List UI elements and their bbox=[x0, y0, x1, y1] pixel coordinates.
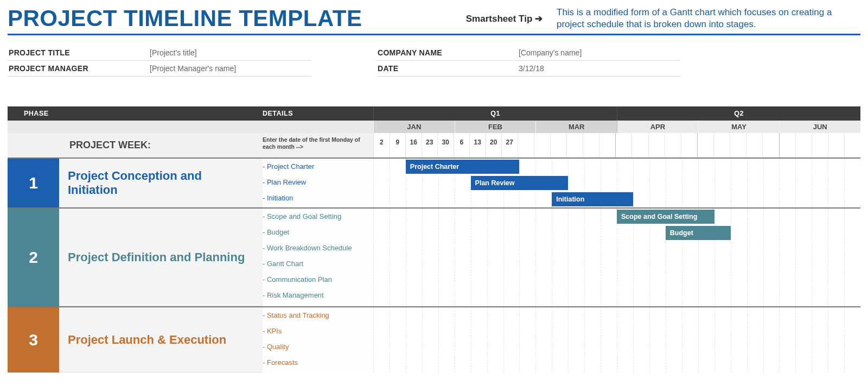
detail-item: - Gantt Chart bbox=[263, 256, 373, 272]
phase-title: Project Definition and Planning bbox=[68, 250, 245, 264]
detail-item: - Forecasts bbox=[263, 355, 373, 370]
meta-value[interactable]: [Company's name] bbox=[519, 48, 582, 57]
month-header: JAN bbox=[373, 121, 455, 133]
month-header: FEB bbox=[455, 121, 536, 133]
detail-item: - Communication Plan bbox=[263, 272, 373, 287]
page-title: PROJECT TIMELINE TEMPLATE bbox=[8, 5, 362, 31]
meta-value[interactable]: 3/12/18 bbox=[519, 64, 544, 73]
meta-label: DATE bbox=[378, 64, 519, 73]
week-number: 9 bbox=[390, 133, 406, 157]
phase-number: 2 bbox=[8, 209, 59, 306]
meta-field: PROJECT MANAGER [Project Manager's name] bbox=[8, 61, 311, 77]
col-phase: PHASE bbox=[8, 106, 263, 121]
meta-value[interactable]: [Project's title] bbox=[150, 48, 197, 57]
phase-row: 3Project Launch & Execution- Status and … bbox=[8, 306, 860, 373]
gantt-bar[interactable]: Project Charter bbox=[406, 160, 520, 174]
phase-row: 2Project Definition and Planning- Scope … bbox=[8, 207, 860, 306]
meta-value[interactable]: [Project Manager's name] bbox=[150, 64, 236, 73]
detail-item: - Scope and Goal Setting bbox=[263, 209, 373, 224]
month-header: APR bbox=[617, 121, 698, 133]
gantt-area: Scope and Goal SettingBudget bbox=[373, 209, 860, 306]
phase-number: 1 bbox=[8, 159, 59, 207]
phase-number: 3 bbox=[8, 307, 59, 373]
phase-row: 1Project Conception and Initiation- Proj… bbox=[8, 157, 860, 207]
detail-item: - Budget bbox=[263, 224, 373, 240]
detail-item: - Initiation bbox=[263, 190, 373, 206]
tip-link[interactable]: Smartsheet Tip ➔ bbox=[466, 13, 542, 24]
week-number: 23 bbox=[422, 133, 438, 157]
quarter-header: Q1 bbox=[373, 106, 617, 121]
week-number: 27 bbox=[501, 133, 518, 157]
meta-field: PROJECT TITLE [Project's title] bbox=[8, 45, 311, 61]
gantt-bar[interactable]: Budget bbox=[666, 226, 731, 240]
meta-label: PROJECT MANAGER bbox=[9, 64, 150, 73]
meta-field: COMPANY NAME [Company's name] bbox=[376, 45, 680, 61]
quarter-header: Q2 bbox=[617, 106, 860, 121]
detail-item: - Work Breakdown Schedule bbox=[263, 240, 373, 256]
meta-left: PROJECT TITLE [Project's title] PROJECT … bbox=[8, 45, 311, 77]
detail-item: - KPIs bbox=[263, 323, 373, 339]
week-number: 6 bbox=[454, 133, 470, 157]
meta-label: COMPANY NAME bbox=[378, 48, 519, 57]
week-number: 20 bbox=[486, 133, 502, 157]
week-number: 13 bbox=[469, 133, 486, 157]
week-number: 2 bbox=[373, 133, 390, 157]
week-hint: Enter the date of the first Monday of ea… bbox=[263, 133, 373, 157]
phase-title: Project Launch & Execution bbox=[68, 333, 226, 347]
month-header: MAR bbox=[535, 121, 617, 133]
week-number: 30 bbox=[437, 133, 454, 157]
meta-label: PROJECT TITLE bbox=[9, 48, 150, 57]
week-number: 16 bbox=[405, 133, 422, 157]
gantt-bar[interactable]: Plan Review bbox=[471, 176, 569, 190]
month-header: MAY bbox=[698, 121, 780, 133]
phase-title: Project Conception and Initiation bbox=[68, 169, 254, 197]
gantt-area bbox=[373, 307, 860, 373]
meta-right: COMPANY NAME [Company's name] DATE 3/12/… bbox=[376, 45, 680, 77]
detail-item: - Quality bbox=[263, 339, 373, 355]
detail-item: - Risk Management bbox=[263, 287, 373, 303]
detail-item: - Project Charter bbox=[263, 159, 373, 174]
col-details: DETAILS bbox=[263, 106, 373, 121]
timeline: PHASE DETAILS Q1 Q2 JANFEBMARAPRMAYJUN P… bbox=[8, 106, 860, 373]
header-bar: PROJECT TIMELINE TEMPLATE Smartsheet Tip… bbox=[8, 5, 860, 35]
tip-text: This is a modified form of a Gantt chart… bbox=[557, 7, 860, 30]
weeks-area: 291623306132027 bbox=[373, 133, 860, 157]
detail-item: - Plan Review bbox=[263, 174, 373, 190]
gantt-bar[interactable]: Initiation bbox=[552, 192, 633, 206]
month-header: JUN bbox=[779, 121, 860, 133]
gantt-area: Project CharterPlan ReviewInitiation bbox=[373, 159, 860, 207]
gantt-bar[interactable]: Scope and Goal Setting bbox=[617, 210, 714, 224]
project-week-label: PROJECT WEEK: bbox=[69, 133, 263, 157]
meta-field: DATE 3/12/18 bbox=[376, 61, 680, 77]
detail-item: - Status and Tracking bbox=[263, 307, 373, 323]
